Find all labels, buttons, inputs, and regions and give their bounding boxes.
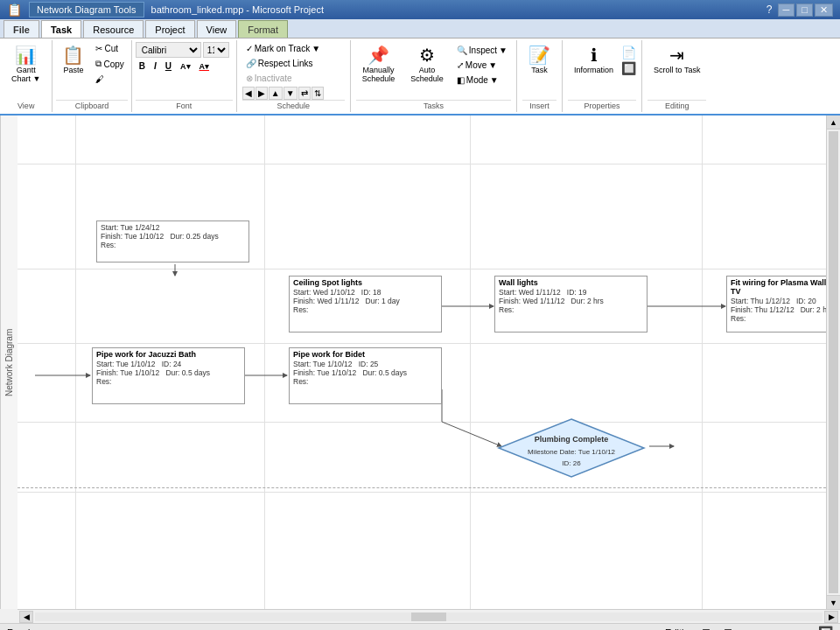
grid-line [18,422,826,423]
schedule-btn-6[interactable]: ⇅ [312,87,324,100]
zoom-out-btn[interactable]: ─ [739,627,746,631]
scrollbar-left-btn[interactable]: ◀ [19,611,33,623]
text-color-button[interactable]: A▾ [196,60,214,73]
cut-icon: ✂ [95,44,102,53]
close-btn[interactable]: ✕ [815,4,833,17]
grid-line [264,116,265,609]
schedule-btn-5[interactable]: ⇄ [298,87,311,100]
manually-icon: 📌 [368,45,389,66]
tab-resource[interactable]: Resource [83,20,144,38]
network-diagram-label: Network Diagram [0,116,18,609]
tab-file[interactable]: File [4,20,39,38]
schedule-btn-3[interactable]: ▲ [269,87,283,100]
task-wall-lights[interactable]: Wall lights Start: Wed 1/11/12 ID: 19 Fi… [494,276,648,332]
details-icon[interactable]: 🔲 [621,61,636,75]
help-icon[interactable]: ? [763,4,776,17]
tab-view[interactable]: View [197,20,237,38]
group-label-schedule: Schedule [242,100,345,110]
grid-line [18,492,826,493]
grid-line [18,343,826,344]
text-bg-color-button[interactable]: A▾ [177,60,194,73]
underline-button[interactable]: U [162,60,175,73]
group-label-tasks: Tasks [356,100,511,110]
grid-line [18,269,826,270]
auto-schedule-button[interactable]: ⚙ AutoSchedule [404,42,450,86]
mark-on-track-button[interactable]: ✓ Mark on Track ▼ [242,42,345,55]
schedule-btn-4[interactable]: ▼ [284,87,298,100]
page-nav-icon[interactable]: 🔲 [818,626,833,631]
zoom-in-btn[interactable]: + [806,627,811,631]
paste-icon: 📋 [62,45,84,66]
grid-line [75,116,76,609]
gantt-chart-icon: 📊 [15,45,37,66]
paste-button[interactable]: 📋 Paste [56,42,90,77]
schedule-btn-1[interactable]: ◀ [242,87,255,100]
auto-schedule-icon: ⚙ [419,45,435,66]
respect-links-button[interactable]: 🔗 Respect Links [242,57,345,70]
task-ceiling-spotlights[interactable]: Ceiling Spot lights Start: Wed 1/10/12 I… [289,276,442,332]
diagram-area[interactable]: Start: Tue 1/24/12 Finish: Tue 1/10/12 D… [18,116,826,609]
task-jacuzzi-bath[interactable]: Pipe work for Jacuzzi Bath Start: Tue 1/… [92,347,245,404]
cut-button[interactable]: ✂ Cut [92,42,127,55]
format-painter-button[interactable]: 🖌 [92,73,127,86]
minimize-btn[interactable]: ─ [778,4,795,17]
information-button[interactable]: ℹ Information [568,42,620,77]
copy-button[interactable]: ⧉ Copy [92,57,127,71]
tab-project[interactable]: Project [145,20,194,38]
scrollbar-right-btn[interactable]: ▶ [824,611,838,623]
tab-bar: File Task Resource Project View Format [0,19,840,38]
mode-button[interactable]: ◧ Mode▼ [453,74,511,87]
task-insert-button[interactable]: 📝 Task [522,42,556,100]
links-icon: 🔗 [246,59,256,68]
svg-text:ID: 26: ID: 26 [562,459,581,467]
view-button[interactable]: 📊 GanttChart ▼ [5,42,46,86]
font-size-select[interactable]: 11 [203,42,229,58]
task-box[interactable]: Start: Tue 1/24/12 Finish: Tue 1/10/12 D… [96,220,249,262]
tab-task[interactable]: Task [41,20,81,38]
scrollbar-down-btn[interactable]: ▼ [827,595,840,609]
move-button[interactable]: ⤢ Move▼ [453,59,511,72]
status-ready: Ready [7,627,35,631]
ribbon: 📊 GanttChart ▼ View 📋 Paste ✂ Cut ⧉ [0,38,840,116]
notes-icon[interactable]: 📄 [621,46,636,60]
svg-text:Plumbing Complete: Plumbing Complete [535,435,609,444]
bold-button[interactable]: B [136,60,149,73]
app-icon: 📋 [7,3,22,17]
mark-track-icon: ✓ [246,44,253,53]
grid-line [470,116,471,609]
window-controls: ? ─ □ ✕ [763,4,833,17]
view-toggle-2[interactable]: ≡ [714,626,720,631]
group-label-clipboard: Clipboard [56,100,127,110]
scrollbar-thumb[interactable] [829,131,838,593]
manually-schedule-button[interactable]: 📌 ManuallySchedule [356,42,402,86]
group-label-view: View [18,102,34,110]
copy-icon: ⧉ [95,59,102,69]
task-plasma-tv[interactable]: Fit wiring for Plasma Wall TV Start: Thu… [726,276,826,332]
titlebar: 📋 Network Diagram Tools bathroom_linked.… [0,0,840,19]
inactivate-button[interactable]: ⊗ Inactivate [242,72,345,85]
font-family-select[interactable]: Calibri [136,42,201,58]
milestone-plumbing-complete[interactable]: Plumbing Complete Milestone Date: Tue 1/… [497,417,646,479]
task-bidet[interactable]: Pipe work for Bidet Start: Tue 1/10/12 I… [289,347,442,404]
mode-icon: ◧ [457,75,465,85]
vertical-scrollbar[interactable]: ▲ ▼ [826,116,840,609]
italic-button[interactable]: I [150,60,160,73]
scroll-task-icon: ⇥ [669,45,684,66]
scroll-to-task-button[interactable]: ⇥ Scroll to Task [648,42,706,100]
view-toggle-3[interactable]: ⊟ [724,626,732,631]
group-label-font: Font [136,100,233,110]
move-icon: ⤢ [457,60,464,70]
tab-format[interactable]: Format [238,20,288,38]
group-label-editing: Editing [648,100,706,110]
inspect-icon: 🔍 [457,46,467,55]
inspect-button[interactable]: 🔍 Inspect▼ [453,44,511,57]
maximize-btn[interactable]: □ [796,4,813,17]
window-title: bathroom_linked.mpp - Microsoft Project [151,4,324,15]
main-area: Network Diagram [0,116,840,609]
view-toggle-1[interactable]: ⊞ [702,626,710,631]
scrollbar-h-track[interactable] [35,612,822,621]
grid-line [702,116,703,609]
horizontal-scrollbar[interactable]: ◀ ▶ [18,609,840,623]
scrollbar-up-btn[interactable]: ▲ [827,116,840,130]
schedule-btn-2[interactable]: ▶ [256,87,268,100]
